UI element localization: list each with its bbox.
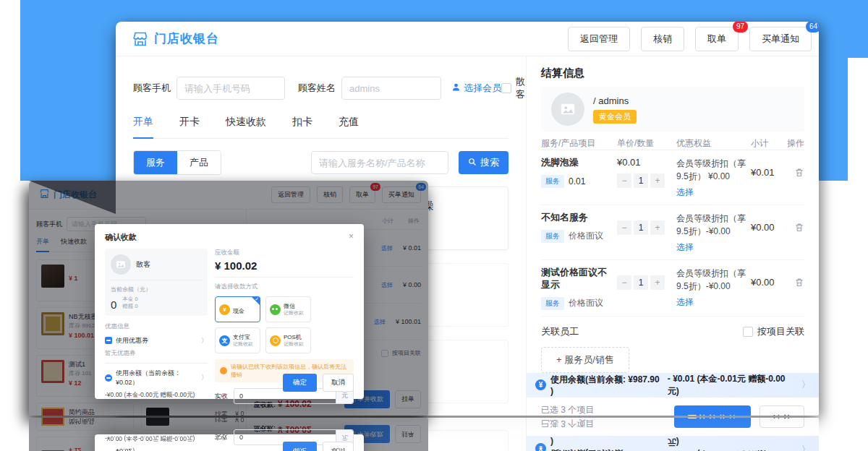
plus-button[interactable]: + bbox=[650, 220, 665, 235]
tab-deduct-card[interactable]: 扣卡 bbox=[292, 116, 312, 138]
quantity-stepper: − 1 + bbox=[617, 275, 676, 290]
coupon-empty: 暂无优惠券 bbox=[105, 349, 208, 358]
by-item-option[interactable]: 按项目关联 bbox=[743, 325, 804, 338]
name-label: 顾客姓名 bbox=[298, 82, 336, 95]
choose-benefit-link[interactable]: 选择 bbox=[676, 296, 694, 309]
modal-customer-name: 散客 bbox=[136, 259, 150, 270]
alipay-icon: 支 bbox=[219, 335, 230, 346]
balance-value: 0 bbox=[111, 299, 116, 310]
search-button[interactable]: 搜索 bbox=[459, 151, 509, 174]
table-row: 不知名服务 服务价格面议 − 1 + 会员等级折扣（享9.5折）-¥0.00 选… bbox=[541, 205, 804, 260]
item-name: 测试价格面议不显示 bbox=[541, 267, 617, 291]
chevron-right-icon: 〉 bbox=[201, 373, 208, 382]
catalog-toolbar: 服务 产品 搜索 bbox=[133, 150, 509, 175]
method-wechat[interactable]: 微信记账收款 bbox=[265, 296, 311, 322]
confirm-button[interactable]: 确定 bbox=[283, 374, 317, 392]
method-alipay[interactable]: 支 支付宝记账收款 bbox=[215, 327, 260, 353]
tab-recharge[interactable]: 充值 bbox=[339, 116, 359, 138]
amount-label: 应收金额 bbox=[215, 249, 354, 257]
received-label: 实收 bbox=[215, 392, 228, 401]
settlement-title: 结算信息 bbox=[541, 66, 804, 80]
by-item-checkbox[interactable] bbox=[743, 327, 753, 337]
table-row: 测试价格面议不显示 服务价格面议 − 1 + 会员等级折扣（享9.5折）-¥0.… bbox=[541, 260, 804, 317]
modal-title: 确认收款 bbox=[105, 232, 137, 243]
use-coupon-row[interactable]: 使用优惠券 〉 bbox=[105, 336, 208, 345]
pay-notice-button[interactable]: 买单通知64 bbox=[749, 27, 812, 51]
walk-in-label: 散客 bbox=[516, 75, 525, 101]
cancel-button[interactable]: 取消 bbox=[323, 374, 354, 392]
hold-order-button[interactable]: 挂单 bbox=[760, 405, 804, 416]
walk-in-option[interactable]: 散客 bbox=[501, 75, 525, 101]
background-cashier-window: 门店收银台 返回管理 核销 取单97 买单通知64 顾客手机 开单 快速收款 bbox=[29, 181, 428, 416]
discount-title: 优惠信息 bbox=[105, 322, 208, 331]
item-price-note: 0.01 bbox=[569, 176, 585, 186]
item-type-tag: 服务 bbox=[541, 297, 564, 310]
benefit-text: 会员等级折扣（享9.5折）-¥0.00 bbox=[676, 212, 746, 238]
balance-icon bbox=[105, 374, 112, 382]
item-price-note: 价格面议 bbox=[569, 230, 603, 242]
close-icon[interactable]: × bbox=[349, 232, 354, 241]
select-member-link[interactable]: 选择会员 bbox=[451, 82, 501, 95]
back-to-admin-button[interactable]: 返回管理 bbox=[568, 27, 630, 51]
delete-item-icon[interactable] bbox=[786, 267, 804, 291]
window-reflection: 门店收银台 返回管理 核销 取单97 买单通知64 顾客手机 开单 快速收款 bbox=[29, 418, 428, 451]
method-pos[interactable]: POS机记账收款 bbox=[265, 327, 311, 353]
chevron-right-icon[interactable]: 〉 bbox=[801, 379, 810, 391]
order-tabs: 开单 开卡 快速收款 扣卡 充值 bbox=[133, 116, 509, 139]
by-item-label: 按项目关联 bbox=[757, 325, 804, 338]
delete-item-icon[interactable] bbox=[786, 212, 804, 236]
minus-button[interactable]: − bbox=[617, 275, 631, 290]
tab-open-order[interactable]: 开单 bbox=[133, 116, 153, 139]
choose-benefit-link[interactable]: 选择 bbox=[676, 186, 694, 199]
use-balance-row[interactable]: 使用余额（当前余额：¥0.02） 〉 bbox=[105, 369, 208, 387]
balance-row-text: 使用余额（当前余额：¥0.02） bbox=[116, 369, 197, 387]
decor-corner bbox=[848, 0, 868, 58]
header: 门店收银台 返回管理 核销 取单97 买单通知64 bbox=[116, 22, 819, 56]
tab-quick-pay[interactable]: 快速收款 bbox=[226, 116, 266, 138]
member-name: / admins bbox=[593, 95, 637, 106]
pos-icon bbox=[270, 335, 281, 346]
window-reflection: 门店收银台 返回管理 核销 取单97 买单通知64 顾客手机 顾客姓名 选择会员 bbox=[116, 418, 819, 451]
header-buttons: 返回管理 核销 取单97 买单通知64 bbox=[568, 27, 812, 51]
customer-row: 顾客手机 顾客姓名 选择会员 散客 bbox=[133, 75, 509, 101]
tab-open-card[interactable]: 开卡 bbox=[179, 116, 200, 138]
add-staff-button[interactable]: + 服务员/销售 bbox=[541, 347, 629, 373]
avatar bbox=[551, 93, 584, 126]
settlement-panel: 结算信息 / admins 黄金会员 服务/产品项目 单价/数量 优惠权益 小计… bbox=[526, 56, 819, 416]
member-level-badge: 黄金会员 bbox=[593, 110, 637, 124]
open-and-pay-button[interactable]: 开单并收款 bbox=[674, 405, 751, 416]
catalog-type-switch: 服务 产品 bbox=[133, 150, 221, 175]
bonus: 赠额 0 bbox=[122, 303, 137, 309]
amount-value: ¥ 100.02 bbox=[215, 259, 354, 272]
app-logo: 门店收银台 bbox=[132, 30, 219, 47]
info-icon: ! bbox=[220, 367, 227, 374]
confirm-payment-modal: 确认收款 × 散客 当前余额（元） 0 本金 0赠额 0 bbox=[95, 224, 364, 399]
method-cash[interactable]: ¥ 现金 ✓ bbox=[215, 296, 260, 322]
catalog-search-input[interactable] bbox=[311, 151, 448, 174]
customer-name-input[interactable] bbox=[341, 77, 441, 100]
walk-in-checkbox[interactable] bbox=[501, 83, 511, 93]
verify-button[interactable]: 核销 bbox=[641, 27, 684, 51]
minus-button[interactable]: − bbox=[617, 220, 631, 235]
type-service-button[interactable]: 服务 bbox=[134, 151, 177, 174]
balance-deduct: -¥0.00 (本金-0.00元 赠额-0.00元) bbox=[105, 391, 208, 400]
choose-benefit-link[interactable]: 选择 bbox=[676, 241, 694, 254]
cash-icon: ¥ bbox=[219, 304, 230, 315]
balance-bar[interactable]: ¥ 使用余额(当前余额: ¥987.90 ) - ¥0.01 (本金-0.01元… bbox=[527, 373, 819, 398]
member-card: / admins 黄金会员 bbox=[541, 87, 804, 132]
change-label: 找零 bbox=[215, 410, 228, 416]
plus-button[interactable]: + bbox=[650, 275, 665, 290]
staff-section: 关联员工 按项目关联 bbox=[541, 325, 804, 338]
method-label: 请选择收款方式 bbox=[215, 283, 354, 291]
retrieve-order-button[interactable]: 取单97 bbox=[695, 27, 739, 51]
balance-icon: ¥ bbox=[535, 379, 546, 390]
storefront-icon bbox=[132, 31, 149, 47]
plus-button[interactable]: + bbox=[650, 173, 665, 188]
table-row: 洗脚泡澡 服务0.01 ¥0.01 − 1 + 会员等级折扣（享9.5折） ¥0… bbox=[541, 150, 804, 205]
delete-item-icon[interactable] bbox=[786, 157, 804, 181]
customer-phone-input[interactable] bbox=[176, 77, 285, 100]
type-product-button[interactable]: 产品 bbox=[177, 151, 221, 174]
benefit-text: 会员等级折扣（享9.5折）-¥0.00 bbox=[676, 267, 746, 293]
minus-button[interactable]: − bbox=[617, 173, 631, 188]
staff-label: 关联员工 bbox=[541, 325, 579, 338]
